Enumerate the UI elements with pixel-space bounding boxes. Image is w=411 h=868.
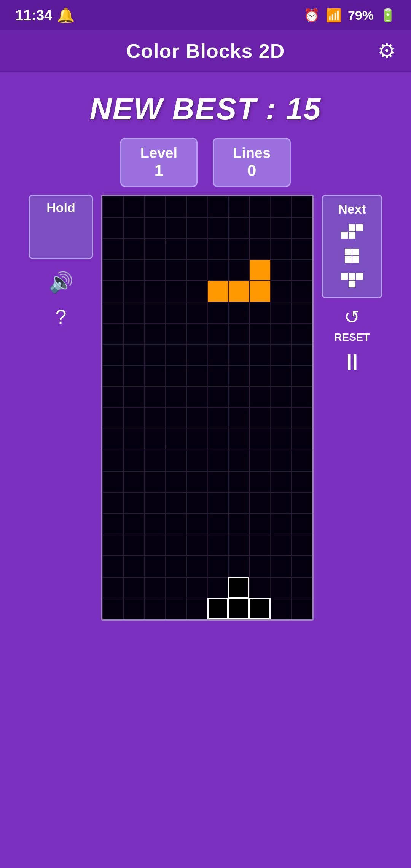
board-cell [207, 238, 228, 260]
board-cell [144, 386, 165, 408]
board-cell [249, 429, 270, 450]
board-cell [228, 429, 249, 450]
board-cell [271, 471, 292, 493]
board-cell [249, 323, 270, 345]
board-cell [228, 281, 249, 302]
board-cell [186, 344, 207, 365]
board-cell [249, 408, 270, 429]
board-cell [249, 238, 270, 260]
board-cell [102, 386, 123, 408]
board-cell [123, 429, 144, 450]
board-cell [228, 514, 249, 535]
stats-row: Level 1 Lines 0 [120, 138, 291, 187]
next-piece-2 [341, 246, 363, 265]
level-box: Level 1 [120, 138, 198, 187]
board-cell [186, 302, 207, 323]
board-cell [186, 408, 207, 429]
reset-button[interactable]: ↺ RESET [334, 306, 370, 343]
board-cell [186, 386, 207, 408]
board-cell [166, 365, 186, 387]
board-cell [249, 281, 270, 302]
board-cell [144, 577, 165, 598]
board-cell [166, 514, 186, 535]
reset-label: RESET [334, 331, 370, 343]
signal-icon: 📶 [326, 8, 342, 23]
board-cell [123, 556, 144, 577]
board-cell [207, 196, 228, 217]
board-cell [186, 281, 207, 302]
board-cell [144, 535, 165, 556]
board-cell [228, 577, 249, 598]
board-cell [186, 450, 207, 471]
sound-button[interactable]: 🔊 [49, 271, 73, 294]
right-panel: Next [322, 195, 382, 374]
board-cell [271, 450, 292, 471]
board-cell [228, 492, 249, 514]
next-box: Next [322, 195, 382, 298]
board-cell [123, 535, 144, 556]
board-cell [166, 260, 186, 281]
board-cell [166, 302, 186, 323]
board-cell [166, 471, 186, 493]
board-cell [292, 281, 312, 302]
board-cell [228, 556, 249, 577]
board-cell [186, 535, 207, 556]
board-cell [166, 598, 186, 619]
board-cell [228, 408, 249, 429]
board-cell [166, 492, 186, 514]
board-cell [166, 577, 186, 598]
board-cell [102, 577, 123, 598]
board-cell [102, 556, 123, 577]
board-cell [228, 238, 249, 260]
board-cell [207, 323, 228, 345]
board-cell [166, 450, 186, 471]
board-cell [144, 196, 165, 217]
board-cell [228, 323, 249, 345]
board-cell [249, 344, 270, 365]
board-cell [207, 492, 228, 514]
board-cell [144, 408, 165, 429]
board-cell [271, 323, 292, 345]
board-cell [123, 450, 144, 471]
board-cell [186, 217, 207, 239]
board-cell [166, 196, 186, 217]
game-board[interactable] [101, 195, 314, 621]
status-right: ⏰ 📶 79% 🔋 [304, 8, 396, 23]
status-left: 11:34 🔔 [15, 7, 75, 24]
board-cell [249, 535, 270, 556]
battery-icon: 🔋 [380, 8, 396, 23]
board-cell [123, 302, 144, 323]
board-cell [102, 302, 123, 323]
board-cell [186, 429, 207, 450]
hold-label: Hold [46, 200, 75, 215]
board-cell [144, 217, 165, 239]
pause-button[interactable]: ⏸ [341, 351, 363, 374]
board-cell [186, 196, 207, 217]
board-cell [207, 556, 228, 577]
settings-button[interactable]: ⚙ [378, 39, 396, 63]
board-cell [292, 471, 312, 493]
hold-box: Hold [29, 195, 93, 259]
game-area: Level 1 Lines 0 Hold 🔊 ? [0, 138, 411, 621]
board-cell [166, 535, 186, 556]
board-cell [102, 429, 123, 450]
board-cell [166, 281, 186, 302]
board-cell [228, 260, 249, 281]
board-cell [271, 260, 292, 281]
battery-display: 79% [348, 8, 374, 23]
board-cell [292, 492, 312, 514]
board-cell [186, 492, 207, 514]
board-cell [228, 302, 249, 323]
board-cell [292, 386, 312, 408]
board-cell [271, 344, 292, 365]
game-board-container[interactable] [101, 195, 314, 621]
board-cell [249, 196, 270, 217]
board-cell [102, 450, 123, 471]
level-value: 1 [140, 161, 177, 180]
board-cell [102, 260, 123, 281]
board-cell [292, 450, 312, 471]
help-button[interactable]: ? [56, 305, 67, 328]
board-cell [271, 365, 292, 387]
board-cell [166, 386, 186, 408]
main-row: Hold 🔊 ? Next [8, 195, 403, 621]
